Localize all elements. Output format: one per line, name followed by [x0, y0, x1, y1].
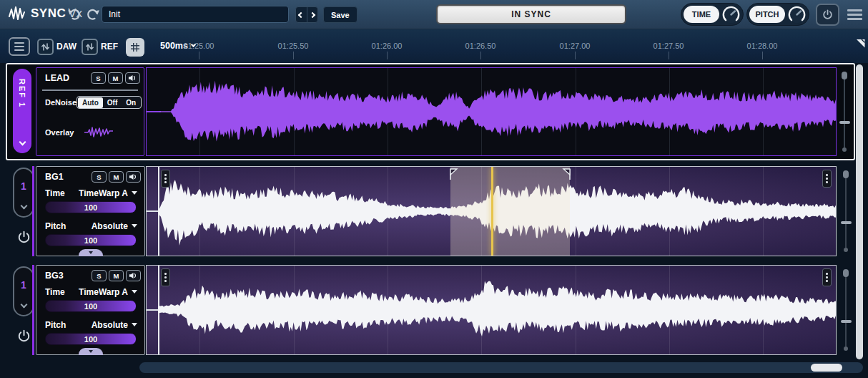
previous-preset-button[interactable]: [296, 7, 307, 22]
pitch-enable-button[interactable]: PITCH: [749, 6, 785, 23]
ruler-tick: [575, 52, 576, 59]
pitch-mode-dropdown[interactable]: Pitch Absolute: [45, 221, 138, 231]
time-amount-value: 100: [84, 203, 97, 212]
overlay-waveform-icon[interactable]: [84, 125, 114, 140]
undo-button[interactable]: [66, 6, 82, 22]
expand-header-button[interactable]: [79, 249, 103, 256]
ruler-tick: [480, 52, 481, 59]
chevron-down-icon: [19, 139, 26, 146]
pitch-amount-slider[interactable]: 100: [45, 234, 137, 246]
vertical-zoom-slider[interactable]: [840, 269, 852, 351]
track-bg1: 1 BG1 S M Time T: [6, 163, 855, 259]
pitch-amount-value: 100: [84, 236, 97, 245]
denoise-option-on[interactable]: On: [122, 98, 140, 107]
clip-drag-handle[interactable]: [822, 170, 832, 188]
divider: [42, 89, 138, 91]
ruler-tick: [293, 52, 294, 59]
bg1-waveform-display[interactable]: [146, 166, 837, 256]
playhead-cursor[interactable]: [491, 167, 493, 256]
denoise-row: DeNoise Auto Off On: [45, 96, 140, 109]
time-enable-button[interactable]: TIME: [684, 6, 719, 23]
ref-sync-button[interactable]: [82, 39, 98, 55]
save-button[interactable]: Save: [323, 6, 357, 23]
region-start-flag-icon[interactable]: [450, 168, 459, 183]
region-end-flag-icon[interactable]: [561, 168, 571, 183]
pitch-knob[interactable]: [787, 5, 807, 24]
ref-tab-label: REF 1: [18, 79, 26, 108]
hamburger-menu-button[interactable]: [847, 9, 862, 22]
track-group-pill[interactable]: 1: [13, 266, 34, 316]
undo-icon: [67, 9, 81, 21]
ref-waveform: [147, 68, 836, 155]
chevron-down-icon: [132, 290, 137, 294]
clip-drag-handle[interactable]: [822, 268, 832, 286]
speaker-icon: [129, 173, 138, 180]
bypass-power-button[interactable]: [816, 4, 839, 26]
mute-button[interactable]: M: [108, 72, 123, 84]
solo-button[interactable]: S: [91, 72, 106, 84]
pitch-amount-value: 100: [84, 335, 97, 344]
solo-button[interactable]: S: [92, 270, 107, 281]
vertical-scrollbar[interactable]: [856, 64, 863, 359]
preset-name-input[interactable]: [102, 6, 289, 23]
track-group-number: 1: [21, 180, 26, 192]
denoise-segmented-control[interactable]: Auto Off On: [77, 96, 142, 109]
track-power-button[interactable]: [17, 329, 31, 344]
time-control-group[interactable]: TIME: [681, 3, 744, 26]
ruler-tick: [762, 52, 763, 59]
time-mode-dropdown[interactable]: Time TimeWarp A: [45, 287, 138, 297]
horizontal-scrollbar-thumb[interactable]: [811, 364, 842, 372]
chevron-down-icon: [20, 203, 27, 210]
mute-button[interactable]: M: [109, 171, 124, 183]
ruler-label: 01:28.00: [747, 42, 778, 50]
track-power-button[interactable]: [17, 231, 31, 245]
grid-snap-button[interactable]: [126, 38, 144, 57]
track-group-pill[interactable]: 1: [13, 168, 34, 218]
bg3-waveform-display[interactable]: [146, 265, 837, 355]
ruler-label: 01:26.50: [465, 42, 496, 50]
track-name: BG1: [45, 172, 64, 182]
mute-button[interactable]: M: [109, 270, 124, 281]
track-list-button[interactable]: [9, 37, 30, 56]
track-name: LEAD: [45, 73, 69, 83]
denoise-option-auto[interactable]: Auto: [78, 97, 103, 108]
horizontal-scrollbar[interactable]: [139, 362, 863, 373]
pitch-label: Pitch: [45, 320, 66, 330]
pitch-mode-dropdown[interactable]: Pitch Absolute: [45, 320, 138, 330]
timeline-end-marker-icon: [855, 39, 866, 52]
daw-label: DAW: [56, 42, 77, 52]
preset-nav: [295, 6, 318, 23]
ref-track-tab[interactable]: REF 1: [13, 69, 31, 153]
listen-button[interactable]: [126, 270, 141, 281]
pitch-control-group[interactable]: PITCH: [746, 3, 809, 26]
vertical-zoom-slider[interactable]: [840, 170, 852, 252]
clip-drag-handle[interactable]: [161, 170, 170, 188]
ref-track-header: LEAD S M DeNoise Auto Off On: [36, 67, 144, 156]
pitch-amount-slider[interactable]: 100: [45, 333, 137, 345]
overlay-label: Overlay: [45, 128, 74, 137]
next-preset-button[interactable]: [307, 7, 318, 22]
solo-button[interactable]: S: [92, 171, 107, 183]
clip-drag-handle[interactable]: [161, 268, 170, 286]
time-mode-dropdown[interactable]: Time TimeWarp A: [45, 188, 138, 198]
ref-waveform-display[interactable]: [146, 67, 837, 156]
time-amount-slider[interactable]: 100: [45, 201, 137, 213]
vertical-zoom-slider[interactable]: [839, 72, 850, 152]
time-knob[interactable]: [721, 5, 741, 24]
top-bar: SYNC Vx Save IN SYNC TIME: [0, 0, 868, 29]
overlay-row: Overlay: [45, 125, 138, 140]
daw-sync-button[interactable]: [37, 39, 54, 55]
sync-status-display: IN SYNC: [436, 4, 626, 24]
sync-edit-region[interactable]: [450, 167, 570, 256]
speaker-icon: [128, 74, 137, 82]
sync-status-text: IN SYNC: [511, 9, 551, 19]
expand-header-button[interactable]: [79, 348, 103, 355]
listen-button[interactable]: [125, 72, 140, 84]
chevron-down-icon: [132, 191, 137, 195]
denoise-option-off[interactable]: Off: [103, 98, 122, 107]
speaker-icon: [129, 272, 138, 279]
listen-button[interactable]: [126, 171, 141, 183]
redo-button[interactable]: [85, 6, 101, 22]
time-amount-slider[interactable]: 100: [45, 300, 137, 312]
time-amount-value: 100: [84, 302, 97, 311]
